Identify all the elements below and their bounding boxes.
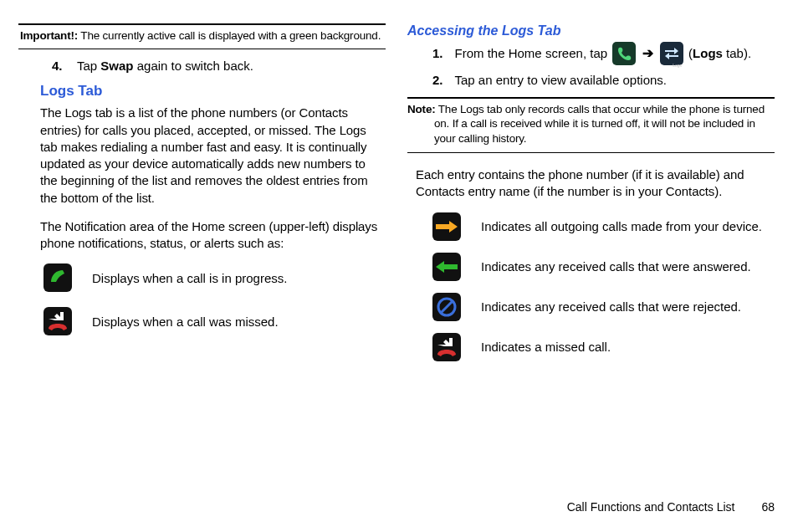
- divider: [407, 152, 775, 153]
- step-1: 1. From the Home screen, tap ➔ Logs (Log: [432, 42, 775, 65]
- important-lead: Important!:: [20, 29, 78, 42]
- logs-icon-label: Logs: [673, 63, 682, 69]
- footer-section: Call Functions and Contacts List: [567, 500, 735, 514]
- notification-icon-row: Displays when a call was missed.: [43, 307, 386, 335]
- outgoing-call-icon: [432, 212, 461, 241]
- entry-info-paragraph: Each entry contains the phone number (if…: [416, 166, 771, 201]
- logs-tab-paragraph-1: The Logs tab is a list of the phone numb…: [40, 105, 382, 207]
- step-number: 1.: [432, 45, 443, 62]
- important-callout: Important!: The currently active call is…: [18, 28, 386, 45]
- svg-line-1: [441, 301, 453, 313]
- arrow-icon: ➔: [642, 45, 653, 63]
- step-4: 4. Tap Swap again to switch back.: [52, 58, 386, 74]
- heading-accessing-logs: Accessing the Logs Tab: [407, 23, 775, 38]
- note-text: The Logs tab only records calls that occ…: [436, 103, 765, 115]
- log-icon-row: Indicates a missed call.: [432, 333, 775, 361]
- call-in-progress-icon: [43, 263, 72, 292]
- step-text: Tap Swap again to switch back.: [77, 58, 386, 74]
- footer-page-number: 68: [761, 500, 775, 514]
- missed-call-icon: [43, 307, 72, 335]
- logs-tab-icon: Logs: [660, 42, 683, 65]
- step-text: From the Home screen, tap ➔ Logs (Logs t…: [455, 42, 752, 65]
- note-callout: Note: The Logs tab only records calls th…: [407, 102, 775, 148]
- heading-logs-tab: Logs Tab: [40, 83, 386, 100]
- received-call-icon: [432, 253, 461, 281]
- logs-tab-paragraph-2: The Notification area of the Home screen…: [40, 218, 382, 253]
- icon-description: Displays when a call was missed.: [92, 314, 279, 330]
- icon-description: Indicates any received calls that were a…: [481, 258, 751, 275]
- step-text: Tap an entry to view available options.: [455, 72, 667, 89]
- important-text: The currently active call is displayed w…: [78, 29, 381, 42]
- log-icon-row: Indicates all outgoing calls made from y…: [432, 212, 775, 241]
- phone-app-icon: [612, 42, 636, 65]
- step-2: 2. Tap an entry to view available option…: [432, 72, 775, 89]
- log-icon-row: Indicates any received calls that were a…: [432, 253, 775, 281]
- icon-description: Indicates any received calls that were r…: [481, 299, 741, 315]
- notification-icon-row: Displays when a call is in progress.: [43, 263, 386, 292]
- step-number: 4.: [52, 58, 62, 74]
- icon-description: Indicates all outgoing calls made from y…: [481, 218, 762, 235]
- divider: [18, 23, 386, 25]
- page-footer: Call Functions and Contacts List 68: [567, 500, 775, 514]
- note-lead: Note:: [407, 103, 436, 115]
- divider: [18, 49, 386, 49]
- log-icon-row: Indicates any received calls that were r…: [432, 293, 775, 321]
- rejected-call-icon: [432, 293, 461, 321]
- missed-call-log-icon: [432, 333, 461, 361]
- icon-description: Displays when a call is in progress.: [92, 270, 287, 287]
- step-number: 2.: [432, 72, 443, 89]
- divider: [407, 97, 775, 99]
- icon-description: Indicates a missed call.: [481, 339, 611, 356]
